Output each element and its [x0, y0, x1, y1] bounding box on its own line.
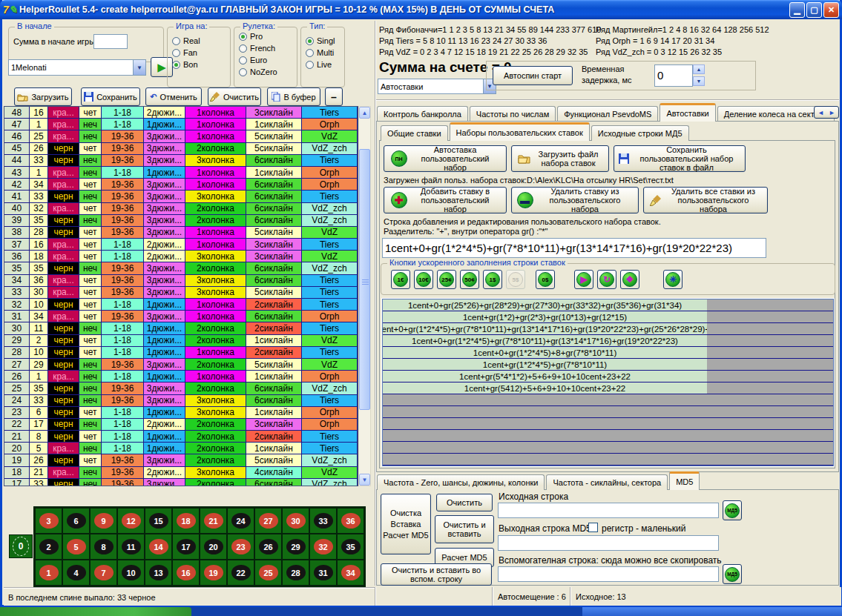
table-row[interactable]: 2433черннеч19-363дюжи...3колонка6сиклайн… [4, 395, 358, 407]
board-cell-6[interactable]: 6 [63, 509, 89, 533]
tab-scroll-buttons[interactable]: ◄► [814, 106, 839, 119]
set-list-item[interactable]: 1cent+gr(5412)+5+6+9+10+10cent+23+22 [383, 382, 833, 394]
md5-clear-and-paste-button[interactable]: Очистить и вставить [435, 515, 494, 543]
board-cell-2[interactable]: 2 [36, 534, 62, 559]
md5-source-calc-button[interactable]: МД5 [723, 500, 742, 520]
tab-функционал-psevdoms[interactable]: Функционал PsevdoMS [557, 106, 658, 122]
radio-icon[interactable] [306, 61, 314, 69]
table-row[interactable]: 4625кра...неч19-363дюжи...1колонка5сикла… [4, 130, 358, 142]
table-row[interactable]: 1926чернчет19-363дюжи...2колонка5сиклайн… [4, 454, 358, 466]
board-cell-12[interactable]: 12 [118, 509, 144, 533]
md5-clear-paste-aux-button[interactable]: Очистить и вставить во вспом. строку [381, 563, 492, 586]
board-cell-14[interactable]: 14 [145, 534, 171, 559]
board-cell-20[interactable]: 20 [200, 534, 226, 559]
radio-icon[interactable] [172, 37, 180, 45]
board-cell-0[interactable]: 0 [9, 534, 33, 558]
clear-button[interactable]: Очистить [208, 87, 261, 106]
board-cell-4[interactable]: 4 [63, 560, 89, 585]
board-cell-17[interactable]: 17 [173, 534, 199, 559]
save-button[interactable]: Сохранить [81, 87, 140, 106]
table-scrollbar[interactable]: ▲ ▼ [358, 106, 371, 486]
md5-source-input[interactable] [498, 503, 719, 518]
preset-combobox[interactable]: 1Melonati ▼ [8, 59, 146, 76]
board-cell-26[interactable]: 26 [255, 534, 281, 559]
delay-input[interactable]: 0 [654, 64, 693, 87]
table-row[interactable]: 3210чернчет1-181дюжи...1колонка2сиклайнT… [4, 299, 358, 311]
table-row[interactable]: 4032кра...чет19-363дюжи...2колонка6сикла… [4, 203, 358, 215]
add-bet-button[interactable]: ✚ Добавить ставку в пользовательский наб… [384, 187, 507, 213]
subtab-общие-ставки[interactable]: Общие ставки [381, 125, 448, 141]
set-list-empty-item[interactable] [383, 454, 833, 466]
table-row[interactable]: 3011черннеч1-181дюжи...2колонка2сиклайнT… [4, 322, 358, 334]
table-row[interactable]: 3436кра...чет19-363дюжи...3колонка6сикла… [4, 275, 358, 287]
load-set-file-button[interactable]: Загрузить файл набора ставок [511, 145, 609, 172]
set-list-empty-item[interactable] [383, 394, 833, 406]
board-cell-22[interactable]: 22 [228, 560, 254, 585]
quick-bet-25c[interactable]: 25¢ [437, 270, 456, 289]
start-sum-input[interactable] [93, 34, 128, 49]
quick-bet-10eur[interactable]: 10€ [414, 270, 433, 289]
board-cell-33[interactable]: 33 [310, 509, 336, 533]
radio-icon[interactable] [172, 61, 180, 69]
radio-euro[interactable]: Euro [239, 56, 297, 64]
collapse-button[interactable]: – [325, 87, 343, 106]
subtab-наборы-пользовательских-ставок[interactable]: Наборы пользовательских ставок [450, 122, 590, 141]
user-set-list[interactable]: 1cent+0+gr(25*26)+gr(28*29)+gr(27*30)+gr… [382, 299, 834, 466]
table-row[interactable]: 205кра...неч1-181дюжи...2колонка1сиклайн… [4, 443, 358, 454]
md5-lowercase-checkbox[interactable] [588, 523, 598, 532]
board-cell-32[interactable]: 32 [310, 534, 336, 559]
formula-input[interactable] [382, 238, 766, 258]
radio-icon[interactable] [306, 37, 314, 45]
scroll-up-icon[interactable]: ▲ [359, 107, 370, 119]
board-cell-28[interactable]: 28 [283, 560, 309, 585]
mode-combobox[interactable]: Автоставки ▼ [378, 79, 496, 94]
table-row[interactable]: 4816кра...чет1-182дюжи...1колонка3сиклай… [4, 107, 358, 119]
radio-live[interactable]: Live [306, 60, 344, 69]
minimize-button[interactable]: ▁ [789, 2, 805, 18]
maximize-button[interactable]: ▢ [806, 2, 822, 18]
set-list-empty-item[interactable] [383, 430, 833, 442]
table-row[interactable]: 2535черннеч19-363дюжи...2колонка6сиклайн… [4, 382, 358, 394]
set-list-item[interactable]: 1cent+gr(1*2)+gr(2*3)+gr(10*13)+gr(12*15… [383, 311, 833, 323]
load-button[interactable]: Загрузить [14, 87, 72, 106]
table-row[interactable]: 3535черннеч19-363дюжи...2колонка6сиклайн… [4, 262, 358, 274]
table-row[interactable]: 2217черннеч1-182дюжи...2колонка3сиклайнO… [4, 419, 358, 431]
board-cell-18[interactable]: 18 [173, 509, 199, 533]
delay-spinner[interactable]: ▲ ▼ [693, 64, 705, 86]
board-cell-7[interactable]: 7 [91, 560, 116, 585]
board-cell-11[interactable]: 11 [118, 534, 144, 559]
start-button[interactable] [0, 607, 191, 616]
set-list-empty-item[interactable] [383, 418, 833, 430]
radio-icon[interactable] [172, 49, 180, 57]
board-cell-16[interactable]: 16 [173, 560, 199, 585]
board-cell-3[interactable]: 3 [36, 509, 62, 533]
board-cell-10[interactable]: 10 [118, 560, 144, 585]
tab-частота-zero-шансы-дюжины-колонки[interactable]: Частота - Zero, шансы, дюжины, колонки [377, 474, 545, 490]
board-cell-21[interactable]: 21 [200, 509, 226, 533]
md5-output-input[interactable] [498, 535, 719, 551]
table-row[interactable]: 431кра...неч1-181дюжи...1колонка1сиклайн… [4, 167, 358, 179]
radio-icon[interactable] [239, 56, 247, 64]
table-row[interactable]: 292чернчет1-181дюжи...2колонка1сиклайнVd… [4, 335, 358, 347]
table-row[interactable]: 4234кра...чет19-363дюжи...1колонка6сикла… [4, 179, 358, 191]
board-cell-25[interactable]: 25 [255, 560, 281, 585]
board-cell-30[interactable]: 30 [283, 509, 309, 533]
radio-icon[interactable] [306, 49, 314, 57]
quick-bet-1usd[interactable]: 1$ [483, 270, 502, 289]
board-cell-1[interactable]: 1 [36, 560, 62, 585]
board-cell-27[interactable]: 27 [255, 509, 281, 533]
radio-bon[interactable]: Bon [172, 60, 230, 69]
remove-bet-button[interactable]: ▬ Удалить ставку из пользовательского на… [511, 187, 639, 213]
set-list-item[interactable]: 1cent+0+gr(1*2*4*5)+8+gr(7*8*10*11) [383, 347, 833, 359]
md5-clear-button[interactable]: Очистить [436, 494, 493, 511]
tab-автоставки[interactable]: Автоставки [660, 103, 715, 122]
undo-button[interactable]: ↶ Отменить [145, 87, 202, 106]
tab-частота-сиклайны-сектора[interactable]: Частота - сиклайны, сектора [546, 474, 668, 490]
autospin-start-button[interactable]: Автоспин старт [493, 66, 573, 85]
scroll-down-icon[interactable]: ▼ [359, 474, 370, 486]
table-row[interactable]: 3716кра...чет1-182дюжи...1колонка3сиклай… [4, 239, 358, 251]
board-cell-5[interactable]: 5 [63, 534, 89, 559]
radio-nozero[interactable]: NoZero [239, 67, 297, 76]
radio-real[interactable]: Real [172, 36, 230, 45]
tab-частоты-по-числам[interactable]: Частоты по числам [470, 106, 556, 122]
